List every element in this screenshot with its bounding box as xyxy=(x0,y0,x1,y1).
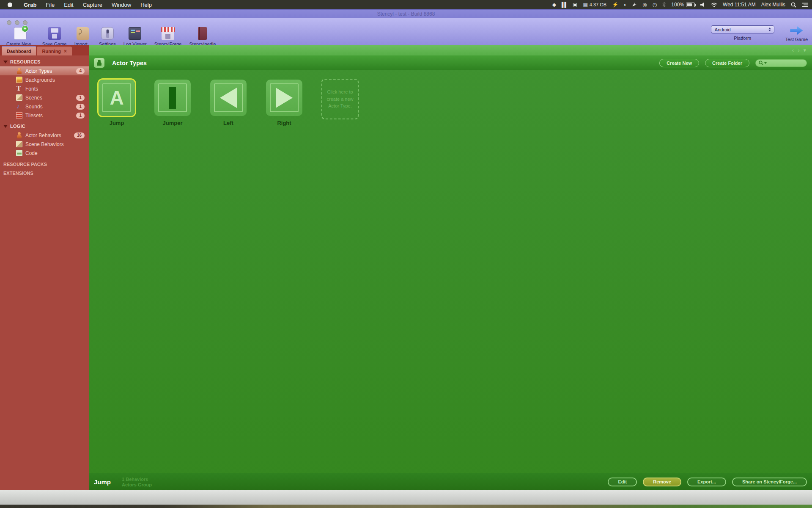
menu-item[interactable]: Help xyxy=(136,0,156,9)
toolbar-button[interactable]: Save Game xyxy=(38,27,71,47)
sidebar-item[interactable]: Tilesets 1 xyxy=(0,111,89,120)
status-button[interactable]: Edit xyxy=(608,478,637,486)
spotlight-icon[interactable] xyxy=(791,2,796,8)
logic-list: Actor Behaviors 16 Scene Behaviors Code xyxy=(0,131,89,157)
battery-indicator[interactable]: 100% xyxy=(671,2,695,8)
tab-pager-icon[interactable]: ‹ xyxy=(792,47,794,53)
platform-select[interactable]: Android xyxy=(711,25,774,33)
actor-tile[interactable]: Right xyxy=(266,80,303,126)
sidebar-section-extensions[interactable]: EXTENSIONS xyxy=(0,167,89,176)
count-badge: 1 xyxy=(76,104,85,110)
time-machine-icon[interactable]: ◷ xyxy=(653,2,657,7)
test-game-label: Test Game xyxy=(785,37,808,42)
sidebar-item[interactable]: Scenes 1 xyxy=(0,93,89,102)
status-button[interactable]: Export... xyxy=(687,478,726,486)
code-icon xyxy=(16,150,22,156)
resources-list: Actor Types 4 Backgrounds Fonts xyxy=(0,66,89,120)
power-bolt-icon[interactable]: ⚡ xyxy=(612,2,618,7)
sidebar-item[interactable]: Backgrounds xyxy=(0,75,89,84)
tab[interactable]: Running × xyxy=(37,47,72,55)
search-scope-dropdown-icon[interactable] xyxy=(764,62,767,64)
window-close-button[interactable] xyxy=(7,20,11,25)
menu-item[interactable]: File xyxy=(41,0,59,9)
menu-item[interactable]: Grab xyxy=(19,0,41,9)
sidebar-item[interactable]: Scene Behaviors xyxy=(0,140,89,149)
sidebar-section-logic[interactable]: LOGIC xyxy=(0,120,89,131)
tab-close-icon[interactable]: × xyxy=(64,49,67,54)
sidebar-item-label: Code xyxy=(25,150,38,156)
collapse-triangle-icon xyxy=(3,125,8,128)
search-box[interactable] xyxy=(755,59,807,67)
desktop-wallpaper xyxy=(0,505,812,508)
actor-tile[interactable]: Left xyxy=(210,80,247,126)
location-icon[interactable] xyxy=(632,3,637,7)
menu-item[interactable]: Capture xyxy=(78,0,107,9)
notification-center-icon[interactable] xyxy=(802,3,808,7)
bluetooth-icon[interactable] xyxy=(662,2,666,7)
sounds-icon xyxy=(16,103,22,110)
content-header: Actor Types Create New Create Folder xyxy=(89,55,812,70)
copy-windows-icon[interactable]: ▣ xyxy=(573,2,577,7)
main-toolbar: Create New... Save Game Import... Settin… xyxy=(0,18,812,45)
memory-usage: 4.37 GB xyxy=(590,2,606,7)
actor-tile-label: Jump xyxy=(110,120,124,126)
menu-clock[interactable]: Wed 11:51 AM xyxy=(723,2,756,8)
stencylforge-icon xyxy=(162,27,174,40)
memory-icon[interactable]: ▦4.37 GB xyxy=(583,2,606,7)
backgrounds-icon xyxy=(16,77,22,83)
actor-tile-label: Jumper xyxy=(163,120,183,126)
log-viewer-icon xyxy=(129,27,141,40)
count-badge: 4 xyxy=(76,68,85,74)
create-actor-tile[interactable]: Click here to create a new Actor Type. xyxy=(321,79,359,119)
wifi-icon[interactable] xyxy=(711,3,717,7)
menu-item[interactable]: Edit xyxy=(59,0,78,9)
actor-tile[interactable]: Jumper xyxy=(154,80,191,126)
window-title-bar[interactable]: Stencyl - test - Build 8868 xyxy=(0,9,812,18)
sidebar-item-label: Scenes xyxy=(25,95,42,101)
battery-percent: 100% xyxy=(671,2,684,8)
actor-tile[interactable]: A Jump xyxy=(98,80,135,126)
menu-bar: Grab File Edit Capture Window Help ◆ ▌▌ … xyxy=(0,0,812,9)
create-folder-button[interactable]: Create Folder xyxy=(705,59,749,67)
window-zoom-button[interactable] xyxy=(23,20,27,25)
search-input[interactable] xyxy=(768,61,804,66)
test-game-button[interactable]: Test Game xyxy=(785,25,808,42)
menu-item[interactable]: Window xyxy=(107,0,136,9)
apple-menu-icon[interactable] xyxy=(8,2,13,8)
toolbar-button[interactable]: Log Viewer xyxy=(120,27,151,47)
tab-pager-icon[interactable]: › xyxy=(798,47,799,53)
sidebar-item[interactable]: Code xyxy=(0,149,89,157)
toolbar-button[interactable]: Import... xyxy=(71,27,95,47)
sidebar-item-label: Actor Types xyxy=(25,68,52,74)
actor-behaviors-icon xyxy=(16,132,22,138)
status-button[interactable]: Remove xyxy=(643,478,681,486)
tab[interactable]: Dashboard xyxy=(2,46,36,55)
count-badge: 1 xyxy=(76,95,85,101)
volume-icon[interactable] xyxy=(700,3,705,7)
select-stepper-icon xyxy=(767,27,773,32)
dropbox-icon[interactable]: ◆ xyxy=(552,2,556,7)
toolbar-button[interactable]: Stencylpedia xyxy=(185,27,219,47)
sidebar-item[interactable]: Actor Types 4 xyxy=(0,66,89,75)
sidebar-item[interactable]: Fonts xyxy=(0,84,89,93)
status-button[interactable]: Share on StencylForge... xyxy=(732,478,807,486)
sidebar-item[interactable]: Actor Behaviors 16 xyxy=(0,131,89,140)
sidebar-item[interactable]: Sounds 1 xyxy=(0,102,89,111)
platform-selected-value: Android xyxy=(715,27,731,32)
window-minimize-button[interactable] xyxy=(15,20,19,25)
actor-tiles: A Jump Jumper xyxy=(89,70,812,126)
screen: Grab File Edit Capture Window Help ◆ ▌▌ … xyxy=(0,0,812,508)
onepassword-icon[interactable]: ◐ xyxy=(624,2,627,7)
toolbar-button[interactable]: StencylForge xyxy=(151,27,186,47)
sidebar-section-resources[interactable]: RESOURCES xyxy=(0,55,89,66)
sidebar-section-resource-packs[interactable]: RESOURCE PACKS xyxy=(0,157,89,167)
toolbar-button[interactable]: Settings xyxy=(95,27,120,47)
tab-pager-icon[interactable]: ▾ xyxy=(803,47,806,53)
create-new-button[interactable]: Create New xyxy=(659,59,699,67)
selection-status-bar: Jump 1 Behaviors Actors Group Edit Remov… xyxy=(89,473,812,490)
app-circle-icon[interactable]: ◎ xyxy=(642,2,647,7)
parallels-icon[interactable]: ▌▌ xyxy=(562,2,567,7)
user-menu[interactable]: Alex Mullis xyxy=(761,2,785,8)
stencylpedia-icon xyxy=(198,27,207,40)
toolbar-button[interactable]: Create New... xyxy=(3,27,38,47)
